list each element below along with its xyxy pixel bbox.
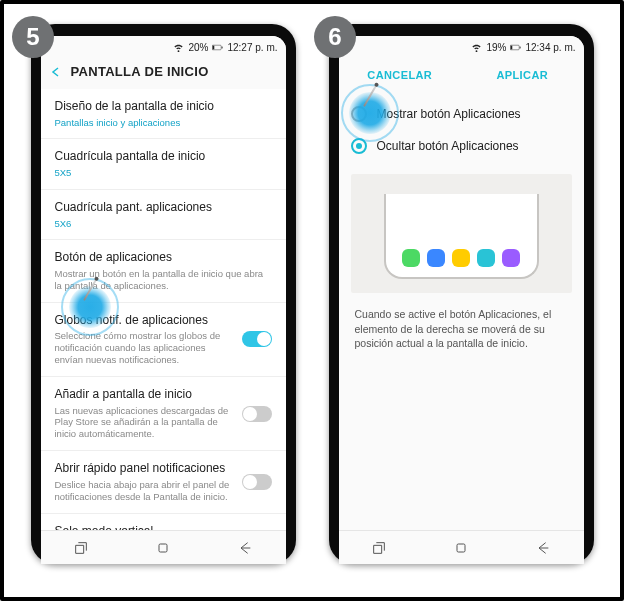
nav-bar bbox=[41, 530, 286, 564]
app-bar: PANTALLA DE INICIO bbox=[41, 58, 286, 89]
page-title: PANTALLA DE INICIO bbox=[71, 64, 209, 79]
dock-app-icon bbox=[427, 249, 445, 267]
setting-item[interactable]: Abrir rápido panel notificacionesDeslice… bbox=[41, 450, 286, 512]
back-nav-icon[interactable] bbox=[237, 540, 253, 556]
status-bar: 20% 12:27 p. m. bbox=[41, 36, 286, 58]
dock-app-icon bbox=[477, 249, 495, 267]
status-bar: 19% 12:34 p. m. bbox=[339, 36, 584, 58]
recents-icon[interactable] bbox=[371, 540, 387, 556]
dialog-bar: CANCELAR APLICAR bbox=[339, 58, 584, 92]
setting-item[interactable]: Cuadrícula pantalla de inicio5X5 bbox=[41, 138, 286, 188]
svg-rect-3 bbox=[159, 544, 167, 552]
dock-app-icon bbox=[452, 249, 470, 267]
setting-subtitle: Mostrar un botón en la pantalla de inici… bbox=[55, 268, 272, 292]
radio-option[interactable]: Ocultar botón Aplicaciones bbox=[349, 130, 574, 162]
toggle-switch[interactable] bbox=[242, 474, 272, 490]
settings-list[interactable]: Diseño de la pantalla de inicioPantallas… bbox=[41, 89, 286, 530]
wifi-icon bbox=[173, 42, 184, 53]
setting-item[interactable]: Cuadrícula pant. aplicaciones5X6 bbox=[41, 189, 286, 239]
setting-subtitle: Las nuevas aplicaciones descargadas de P… bbox=[55, 405, 234, 441]
battery-pct: 19% bbox=[486, 42, 506, 53]
tutorial-frame: 5 6 20% 12:27 p. m. PANTALLA DE INICIO D… bbox=[0, 0, 624, 601]
setting-subtitle: Deslice hacia abajo para abrir el panel … bbox=[55, 479, 234, 503]
setting-title: Cuadrícula pant. aplicaciones bbox=[55, 200, 272, 216]
dock-app-icon bbox=[502, 249, 520, 267]
setting-title: Globos notif. de aplicaciones bbox=[55, 313, 234, 329]
radio-option[interactable]: Mostrar botón Aplicaciones bbox=[349, 98, 574, 130]
wifi-icon bbox=[471, 42, 482, 53]
phone-right: 19% 12:34 p. m. CANCELAR APLICAR Mostrar… bbox=[329, 24, 594, 564]
dock-app-icon bbox=[402, 249, 420, 267]
svg-rect-1 bbox=[213, 45, 215, 49]
apply-button[interactable]: APLICAR bbox=[461, 58, 584, 92]
setting-item[interactable]: Botón de aplicacionesMostrar un botón en… bbox=[41, 239, 286, 301]
setting-subtitle: Pantallas inicio y aplicaciones bbox=[55, 117, 272, 129]
recents-icon[interactable] bbox=[73, 540, 89, 556]
svg-rect-5 bbox=[511, 45, 513, 49]
setting-subtitle: Seleccione cómo mostrar los globos de no… bbox=[55, 330, 234, 366]
setting-title: Añadir a pantalla de inicio bbox=[55, 387, 234, 403]
radio-button[interactable] bbox=[351, 106, 367, 122]
setting-subtitle: 5X6 bbox=[55, 218, 272, 230]
setting-title: Abrir rápido panel notificaciones bbox=[55, 461, 234, 477]
back-icon[interactable] bbox=[51, 67, 61, 77]
toggle-switch[interactable] bbox=[242, 331, 272, 347]
svg-rect-2 bbox=[222, 46, 223, 48]
mini-phone-preview bbox=[384, 194, 539, 279]
phone-left: 20% 12:27 p. m. PANTALLA DE INICIO Diseñ… bbox=[31, 24, 296, 564]
setting-title: Botón de aplicaciones bbox=[55, 250, 272, 266]
setting-title: Diseño de la pantalla de inicio bbox=[55, 99, 272, 115]
setting-title: Solo modo vertical bbox=[55, 524, 234, 530]
back-nav-icon[interactable] bbox=[535, 540, 551, 556]
toggle-switch[interactable] bbox=[242, 406, 272, 422]
preview-panel bbox=[351, 174, 572, 293]
setting-item[interactable]: Globos notif. de aplicacionesSeleccione … bbox=[41, 302, 286, 376]
battery-pct: 20% bbox=[188, 42, 208, 53]
home-icon[interactable] bbox=[453, 540, 469, 556]
dock-preview bbox=[402, 249, 520, 267]
battery-icon bbox=[212, 42, 223, 53]
setting-subtitle: 5X5 bbox=[55, 167, 272, 179]
battery-icon bbox=[510, 42, 521, 53]
help-text: Cuando se active el botón Aplicaciones, … bbox=[339, 293, 584, 365]
svg-rect-7 bbox=[457, 544, 465, 552]
setting-item[interactable]: Añadir a pantalla de inicioLas nuevas ap… bbox=[41, 376, 286, 450]
setting-title: Cuadrícula pantalla de inicio bbox=[55, 149, 272, 165]
cancel-button[interactable]: CANCELAR bbox=[339, 58, 462, 92]
radio-group: Mostrar botón AplicacionesOcultar botón … bbox=[339, 92, 584, 174]
radio-label: Ocultar botón Aplicaciones bbox=[377, 139, 519, 153]
svg-rect-6 bbox=[520, 46, 521, 48]
radio-button[interactable] bbox=[351, 138, 367, 154]
home-icon[interactable] bbox=[155, 540, 171, 556]
step-badge-5: 5 bbox=[12, 16, 54, 58]
radio-label: Mostrar botón Aplicaciones bbox=[377, 107, 521, 121]
clock: 12:34 p. m. bbox=[525, 42, 575, 53]
step-badge-6: 6 bbox=[314, 16, 356, 58]
setting-item[interactable]: Solo modo verticalImpedir que la pantall… bbox=[41, 513, 286, 530]
setting-item[interactable]: Diseño de la pantalla de inicioPantallas… bbox=[41, 89, 286, 138]
nav-bar bbox=[339, 530, 584, 564]
clock: 12:27 p. m. bbox=[227, 42, 277, 53]
